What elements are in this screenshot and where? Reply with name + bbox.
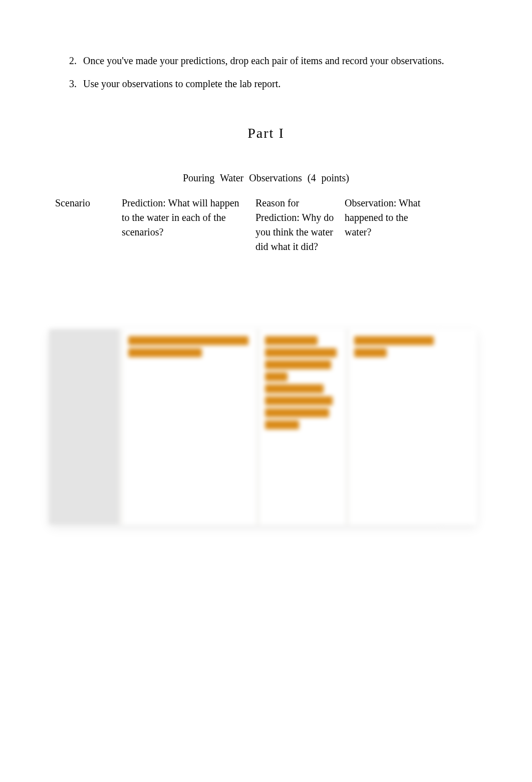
obscured-cell — [345, 329, 440, 525]
obscured-cell — [49, 329, 119, 525]
part-title: Part I — [55, 125, 477, 141]
instruction-list: Once you've made your predictions, drop … — [55, 50, 477, 94]
column-header-observation: Observation: What happened to the water? — [345, 196, 440, 254]
document-body: Once you've made your predictions, drop … — [0, 0, 532, 525]
column-header-scenario: Scenario — [55, 196, 122, 254]
obscured-cell — [119, 329, 256, 525]
obscured-cell — [256, 329, 345, 525]
instruction-item: Use your observations to complete the la… — [79, 73, 477, 94]
instruction-item: Once you've made your predictions, drop … — [79, 50, 477, 71]
table-header-row: Scenario Prediction: What will happen to… — [55, 196, 477, 254]
column-header-reason: Reason for Prediction: Why do you think … — [255, 196, 345, 254]
column-header-prediction: Prediction: What will happen to the wate… — [122, 196, 255, 254]
obscured-answer-row — [49, 329, 477, 525]
table-title: Pouring Water Observations (4 points) — [55, 172, 477, 184]
